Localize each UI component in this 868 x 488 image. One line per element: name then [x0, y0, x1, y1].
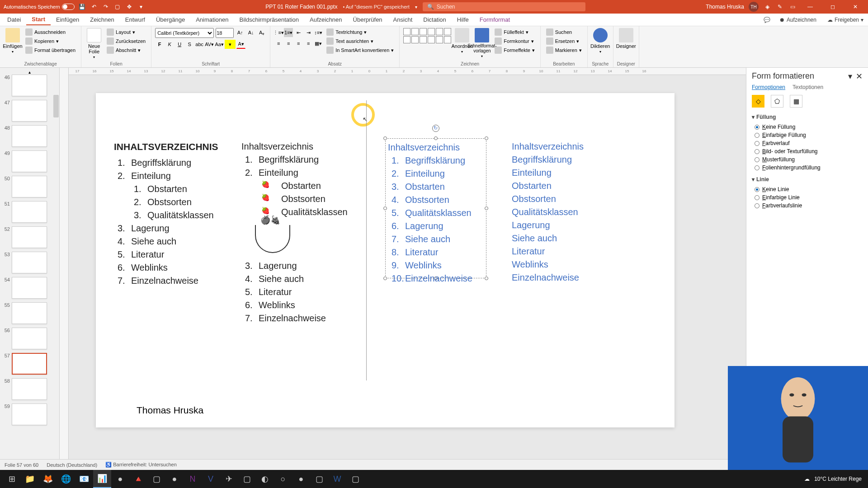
- tab-zeichnen[interactable]: Zeichnen: [85, 14, 119, 25]
- slide-canvas[interactable]: ↖ INHALTSVERZEICHNIS Begriffsklärung Ein…: [96, 93, 675, 427]
- replace-button[interactable]: Ersetzen ▾: [544, 37, 584, 45]
- app-icon-1[interactable]: ●: [111, 470, 129, 488]
- font-color-button[interactable]: A▾: [236, 40, 245, 49]
- app-icon-4[interactable]: ▢: [238, 470, 256, 488]
- redo-icon[interactable]: ↷: [102, 3, 110, 11]
- weather-icon[interactable]: ☁: [804, 476, 810, 482]
- visio-icon[interactable]: V: [202, 470, 220, 488]
- numbering-button[interactable]: 1≡▾: [284, 28, 293, 37]
- user-avatar[interactable]: TH: [749, 2, 759, 12]
- tab-einfuegen[interactable]: Einfügen: [51, 14, 85, 25]
- outline-button[interactable]: Formkontur ▾: [493, 37, 537, 45]
- clear-format-icon[interactable]: Aᵩ: [257, 28, 266, 37]
- app-icon-8[interactable]: ▢: [310, 470, 328, 488]
- pane-close-icon[interactable]: ✕: [856, 72, 863, 81]
- cloud-icon[interactable]: ◈: [763, 3, 771, 11]
- qat-dropdown-icon[interactable]: ▾: [137, 3, 145, 11]
- resize-handle-sw[interactable]: [383, 277, 387, 280]
- strike-button[interactable]: abc: [195, 40, 204, 49]
- tab-uebergaenge[interactable]: Übergänge: [151, 14, 190, 25]
- highlight-button[interactable]: ▾: [225, 40, 236, 49]
- thumb-54[interactable]: 54: [2, 277, 57, 299]
- outlook-icon[interactable]: 📧: [75, 470, 93, 488]
- select-button[interactable]: Markieren ▾: [544, 46, 584, 54]
- align-left-icon[interactable]: ≡: [274, 39, 283, 48]
- comments-icon[interactable]: 💬: [763, 16, 771, 24]
- font-size-input[interactable]: [216, 28, 234, 38]
- tab-datei[interactable]: Datei: [2, 14, 26, 25]
- app-icon-5[interactable]: ◐: [256, 470, 274, 488]
- slide-counter[interactable]: Folie 57 von 60: [5, 462, 38, 468]
- tab-formformat[interactable]: Formformat: [474, 14, 515, 25]
- vlc-icon[interactable]: 🔺: [129, 470, 147, 488]
- quick-styles-button[interactable]: Schnellformat-vorlagen▾: [473, 28, 491, 58]
- fill-opt-1[interactable]: Einfarbige Füllung: [752, 131, 863, 139]
- justify-icon[interactable]: ≡: [304, 39, 313, 48]
- fill-opt-0[interactable]: Keine Füllung: [752, 123, 863, 131]
- decrease-indent-icon[interactable]: ⇤: [294, 28, 303, 37]
- accessibility[interactable]: ♿ Barrierefreiheit: Untersuchen: [105, 462, 177, 468]
- minimize-button[interactable]: —: [801, 0, 819, 13]
- powerpoint-icon[interactable]: 📊: [93, 470, 111, 488]
- effects-button[interactable]: Formeffekte ▾: [493, 46, 537, 54]
- format-painter-button[interactable]: Format übertragen: [24, 46, 77, 54]
- columns-icon[interactable]: ▦▾: [314, 39, 323, 48]
- bold-button[interactable]: F: [155, 40, 164, 49]
- grow-font-icon[interactable]: A↑: [236, 28, 245, 37]
- tab-ueberpruefen[interactable]: Überprüfen: [348, 14, 388, 25]
- search-box[interactable]: 🔍: [423, 2, 585, 11]
- fill-button[interactable]: Fülleffekt ▾: [493, 28, 537, 36]
- onenote-icon[interactable]: N: [184, 470, 202, 488]
- tab-hilfe[interactable]: Hilfe: [452, 14, 474, 25]
- tab-start[interactable]: Start: [26, 14, 51, 25]
- tab-textoptionen[interactable]: Textoptionen: [793, 84, 823, 90]
- thumb-58[interactable]: 58: [2, 378, 57, 400]
- dictate-button[interactable]: Diktieren▾: [591, 28, 609, 54]
- present-icon[interactable]: ▢: [113, 3, 122, 11]
- find-button[interactable]: Suchen: [544, 28, 584, 36]
- toc-col-4[interactable]: Inhaltsverzeichnis BegriffsklärungEintei…: [512, 140, 602, 284]
- search-input[interactable]: [437, 4, 505, 10]
- toc-col-1[interactable]: INHALTSVERZEICHNIS Begriffsklärung Einte…: [114, 140, 241, 287]
- cut-button[interactable]: Ausschneiden: [24, 28, 77, 36]
- slide-thumbnails-panel[interactable]: ▴ 4647484950515253545556575859: [0, 68, 60, 459]
- share-button[interactable]: ☁ Freigeben ▾: [825, 16, 866, 24]
- resize-handle-w[interactable]: [383, 206, 387, 210]
- firefox-icon[interactable]: 🦊: [39, 470, 57, 488]
- shadow-button[interactable]: S: [185, 40, 194, 49]
- thumb-53[interactable]: 53: [2, 252, 57, 273]
- draw-icon[interactable]: ✎: [776, 3, 784, 11]
- thumb-50[interactable]: 50: [2, 176, 57, 197]
- new-slide-button[interactable]: Neue Folie▾: [85, 28, 103, 59]
- shrink-font-icon[interactable]: A↓: [246, 28, 255, 37]
- fill-opt-5[interactable]: Folienhintergrundfüllung: [752, 164, 863, 172]
- resize-handle-ne[interactable]: [485, 136, 488, 140]
- ribbon-mode-icon[interactable]: ▭: [788, 3, 797, 11]
- rotate-handle[interactable]: [432, 125, 439, 132]
- shapes-gallery[interactable]: [403, 28, 451, 43]
- thumb-51[interactable]: 51: [2, 201, 57, 223]
- app-icon-9[interactable]: ▢: [346, 470, 364, 488]
- undo-icon[interactable]: ↶: [90, 3, 98, 11]
- effects-tab-icon[interactable]: ⬠: [771, 95, 783, 108]
- app-icon-6[interactable]: ○: [274, 470, 292, 488]
- resize-handle-n[interactable]: [434, 136, 438, 140]
- underline-button[interactable]: U: [175, 40, 184, 49]
- thumb-56[interactable]: 56: [2, 328, 57, 349]
- line-spacing-icon[interactable]: ↕≡▾: [314, 28, 323, 37]
- size-tab-icon[interactable]: ▦: [790, 95, 802, 108]
- font-name-select[interactable]: Calibri (Textkörper): [155, 28, 214, 38]
- maximize-button[interactable]: ◻: [824, 0, 842, 13]
- thumb-scrollbar[interactable]: [53, 95, 59, 117]
- selected-textbox[interactable]: Inhaltsverzeichnis BegriffsklärungEintei…: [385, 138, 486, 278]
- fill-opt-3[interactable]: Bild- oder Texturfüllung: [752, 147, 863, 155]
- app-icon-3[interactable]: ●: [165, 470, 184, 488]
- line-opt-0[interactable]: Keine Linie: [752, 185, 863, 193]
- reset-button[interactable]: Zurücksetzen: [105, 37, 147, 45]
- explorer-icon[interactable]: 📁: [21, 470, 39, 488]
- close-button[interactable]: ✕: [846, 0, 864, 13]
- start-button[interactable]: ⊞: [3, 470, 21, 488]
- align-right-icon[interactable]: ≡: [294, 39, 303, 48]
- text-direction-button[interactable]: Textrichtung ▾: [325, 28, 396, 36]
- app-icon-2[interactable]: ▢: [147, 470, 165, 488]
